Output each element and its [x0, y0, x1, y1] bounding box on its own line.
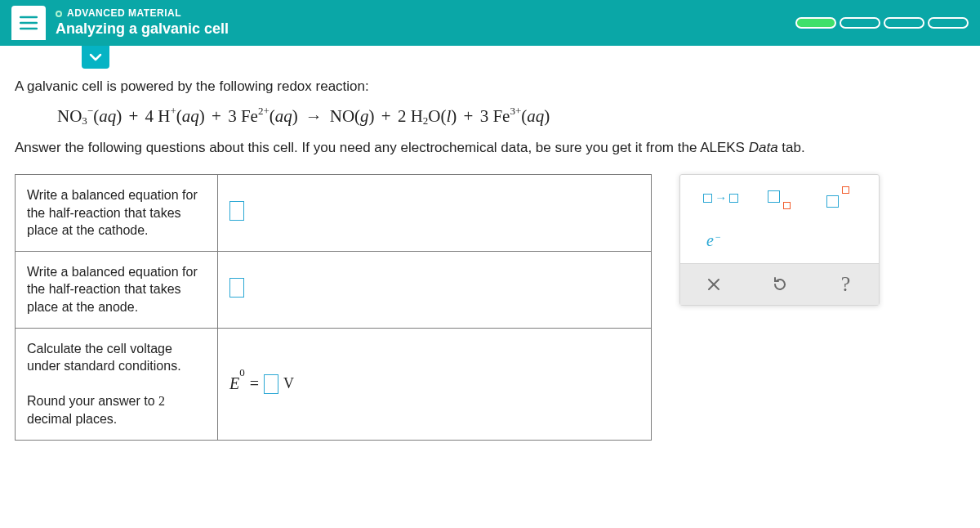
- species: NO3−(aq): [57, 106, 122, 127]
- undo-icon: [771, 275, 789, 293]
- species: 3 Fe3+(aq): [480, 106, 550, 127]
- answer-input[interactable]: [229, 201, 244, 221]
- box-icon: [842, 186, 849, 194]
- answer-input[interactable]: [229, 278, 244, 298]
- insert-superscript-button[interactable]: [826, 185, 849, 211]
- reset-button[interactable]: [765, 272, 795, 297]
- question-text: Round your answer to: [27, 394, 158, 408]
- hamburger-icon: [20, 16, 38, 30]
- reaction-equation: NO3−(aq) + 4 H+(aq) + 3 Fe2+(aq) → NO(g)…: [57, 106, 965, 127]
- menu-button[interactable]: [11, 6, 46, 40]
- question-prompt: Write a balanced equation for the half-r…: [16, 175, 218, 252]
- insert-arrow-button[interactable]: →: [703, 185, 738, 211]
- insert-subscript-button[interactable]: [768, 185, 791, 211]
- answer-cell[interactable]: [218, 251, 652, 328]
- topic-title: Analyzing a galvanic cell: [56, 20, 795, 38]
- progress-pill: [795, 17, 836, 29]
- question-text: Calculate the cell voltage under standar…: [27, 342, 181, 374]
- instructions-part: tab.: [778, 140, 805, 155]
- box-icon: [729, 194, 738, 203]
- box-icon: [703, 194, 712, 203]
- expand-button[interactable]: [82, 46, 109, 69]
- box-icon: [783, 202, 791, 209]
- insert-electron-button[interactable]: e−: [706, 227, 720, 253]
- e-naught-symbol: E0: [229, 374, 245, 393]
- equation-palette: → e−: [679, 174, 880, 306]
- badge-dot-icon: [56, 11, 62, 17]
- table-row: Write a balanced equation for the half-r…: [16, 175, 652, 252]
- clear-button[interactable]: [699, 272, 728, 297]
- question-icon: ?: [841, 272, 851, 297]
- question-prompt: Calculate the cell voltage under standar…: [16, 328, 218, 440]
- species: NO(g): [330, 106, 375, 127]
- voltage-input[interactable]: [264, 374, 278, 394]
- question-text: decimal places.: [27, 412, 117, 426]
- box-icon: [768, 190, 780, 203]
- instructions-part: Answer the following questions about thi…: [15, 140, 749, 155]
- module-badge-label: ADVANCED MATERIAL: [67, 7, 181, 20]
- chevron-down-icon: [89, 53, 102, 61]
- module-badge: ADVANCED MATERIAL: [56, 7, 795, 20]
- data-tab-reference: Data: [749, 140, 778, 155]
- decimal-places: 2: [158, 394, 165, 408]
- answer-cell[interactable]: [218, 175, 652, 252]
- chevron-row: [0, 46, 980, 77]
- instructions-text: Answer the following questions about thi…: [15, 140, 965, 156]
- progress-pill: [884, 17, 924, 29]
- species: 2 H2O(l): [398, 106, 457, 127]
- question-prompt: Write a balanced equation for the half-r…: [16, 251, 218, 328]
- table-row: Calculate the cell voltage under standar…: [16, 328, 652, 440]
- species: 4 H+(aq): [145, 106, 205, 127]
- volt-unit: V: [283, 375, 294, 392]
- progress-pills: [795, 17, 969, 29]
- question-table: Write a balanced equation for the half-r…: [15, 174, 652, 441]
- progress-pill: [840, 17, 880, 29]
- app-header: ADVANCED MATERIAL Analyzing a galvanic c…: [0, 0, 980, 46]
- progress-pill: [928, 17, 969, 29]
- equals-sign: =: [250, 374, 259, 393]
- intro-text: A galvanic cell is powered by the follow…: [15, 78, 965, 95]
- table-row: Write a balanced equation for the half-r…: [16, 251, 652, 328]
- answer-cell[interactable]: E0 = V: [218, 328, 652, 440]
- reaction-arrow-icon: →: [305, 106, 323, 127]
- species: 3 Fe2+(aq): [228, 106, 298, 127]
- close-icon: [706, 277, 721, 292]
- arrow-icon: →: [715, 191, 727, 205]
- box-icon: [826, 195, 839, 208]
- help-button[interactable]: ?: [831, 272, 861, 297]
